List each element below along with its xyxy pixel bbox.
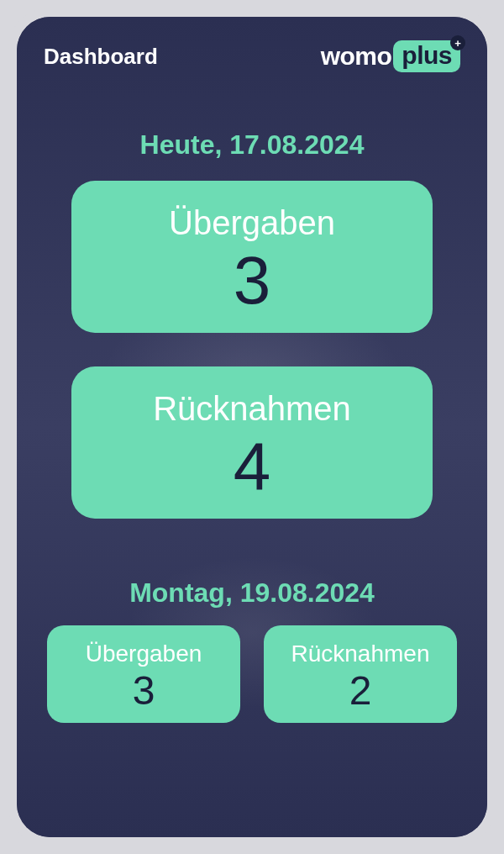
handovers-nextday-card[interactable]: Übergaben 3 bbox=[47, 625, 240, 723]
content: Dashboard womo plus + Heute, 17.08.2024 … bbox=[17, 17, 487, 837]
header: Dashboard womo plus + bbox=[17, 17, 487, 89]
handovers-nextday-label: Übergaben bbox=[86, 640, 202, 667]
page-title: Dashboard bbox=[44, 44, 158, 70]
handovers-today-card[interactable]: Übergaben 3 bbox=[71, 181, 433, 333]
screen: Dashboard womo plus + Heute, 17.08.2024 … bbox=[17, 17, 487, 837]
returns-nextday-label: Rücknahmen bbox=[291, 640, 430, 667]
logo-suffix: plus bbox=[402, 41, 452, 70]
logo-prefix: womo bbox=[321, 42, 392, 71]
today-heading: Heute, 17.08.2024 bbox=[140, 129, 365, 161]
nextday-heading: Montag, 19.08.2024 bbox=[129, 577, 375, 609]
plus-icon: + bbox=[450, 35, 465, 50]
logo[interactable]: womo plus + bbox=[321, 40, 460, 72]
handovers-today-value: 3 bbox=[234, 247, 271, 314]
returns-today-card[interactable]: Rücknahmen 4 bbox=[71, 366, 433, 519]
logo-badge: plus + bbox=[393, 40, 460, 72]
handovers-today-label: Übergaben bbox=[169, 204, 335, 242]
handovers-nextday-value: 3 bbox=[133, 671, 155, 711]
nextday-row: Übergaben 3 Rücknahmen 2 bbox=[47, 625, 457, 723]
returns-today-value: 4 bbox=[234, 433, 271, 500]
main: Heute, 17.08.2024 Übergaben 3 Rücknahmen… bbox=[17, 89, 487, 837]
returns-today-label: Rücknahmen bbox=[153, 390, 351, 428]
returns-nextday-value: 2 bbox=[349, 671, 372, 711]
device-frame: Dashboard womo plus + Heute, 17.08.2024 … bbox=[8, 8, 496, 846]
returns-nextday-card[interactable]: Rücknahmen 2 bbox=[264, 625, 457, 723]
